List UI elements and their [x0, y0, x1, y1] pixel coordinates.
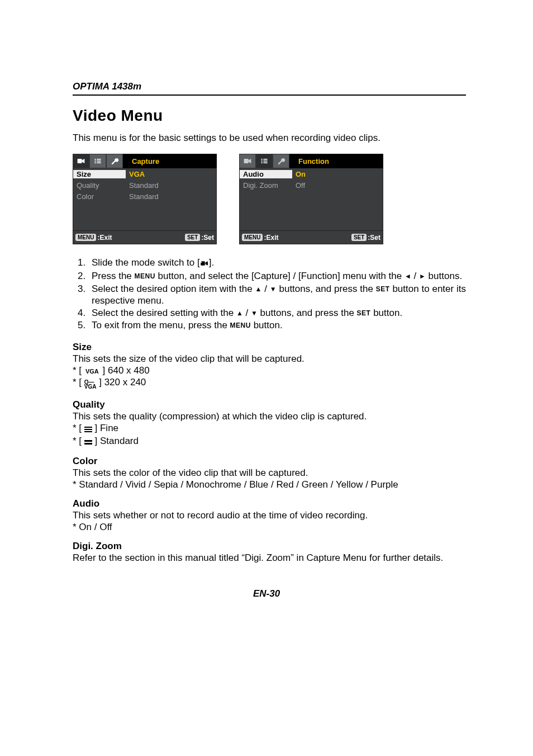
size-desc: This sets the size of the video clip tha…	[73, 353, 466, 365]
capture-header-label: Capture	[127, 154, 217, 168]
step-2b: button, and select the [Capture] / [Func…	[155, 271, 404, 281]
svg-rect-2	[94, 159, 96, 160]
intro-text: This menu is for the basic settings to b…	[73, 133, 466, 144]
set-label: :Set	[368, 234, 380, 242]
tab-list-icon	[89, 154, 106, 168]
audio-section: Audio This sets whether or not to record…	[73, 498, 466, 533]
capture-screenshot: Capture Size VGA Quality Standard Color …	[73, 154, 217, 244]
page-title: Video Menu	[73, 107, 466, 125]
step-4a: Select the desired setting with the	[92, 308, 236, 318]
function-footer: MENU :Exit SET :Set	[239, 231, 383, 244]
step-3a: Select the desired option item with the	[92, 284, 255, 294]
vga-icon: VGA	[84, 368, 100, 375]
svg-marker-9	[249, 159, 251, 163]
capture-row-color: Color Standard	[73, 191, 216, 202]
color-heading: Color	[73, 456, 466, 467]
step-3: Select the desired option item with the …	[88, 283, 466, 307]
step-4: Select the desired setting with the ▲ / …	[88, 307, 466, 319]
fine-icon	[84, 424, 92, 435]
quality-desc: This sets the quality (compression) at w…	[73, 411, 466, 422]
tab-wrench-icon	[273, 154, 289, 168]
set-chip: SET	[351, 234, 367, 241]
set-label: :Set	[201, 234, 214, 242]
digizoom-desc: Refer to the section in this manual titl…	[73, 552, 466, 564]
size-section: Size This sets the size of the video cli…	[73, 342, 466, 391]
svg-rect-14	[261, 162, 262, 163]
step-2: Press the MENU button, and select the [C…	[88, 270, 466, 282]
function-row-zoom-val: Off	[292, 181, 383, 190]
function-row-audio-val: On	[292, 170, 383, 178]
function-row-audio: Audio On	[240, 168, 383, 179]
tab-list-icon	[256, 154, 273, 168]
qvga-icon: Q—VGA	[84, 380, 97, 391]
exit-label: :Exit	[97, 234, 112, 242]
down-arrow-icon: ▼	[270, 286, 277, 292]
step-1b: ].	[209, 257, 214, 268]
header-rule	[73, 94, 466, 96]
color-desc: This sets the color of the video clip th…	[73, 467, 466, 479]
audio-heading: Audio	[73, 498, 466, 509]
step-3b: buttons, and press the	[277, 284, 376, 294]
size-heading: Size	[73, 342, 466, 353]
standard-icon	[84, 437, 92, 448]
mode-video-icon	[200, 258, 209, 270]
svg-rect-13	[263, 160, 267, 162]
svg-rect-7	[97, 162, 101, 163]
right-arrow-icon: ►	[419, 273, 426, 280]
digizoom-section: Digi. Zoom Refer to the section in this …	[73, 541, 466, 564]
set-label-inline: SET	[357, 309, 371, 317]
svg-rect-11	[263, 159, 267, 160]
svg-marker-1	[82, 159, 85, 163]
svg-rect-4	[94, 160, 96, 162]
svg-rect-0	[78, 159, 82, 163]
capture-row-size-val: VGA	[126, 170, 216, 178]
capture-row-quality-key: Quality	[73, 181, 126, 190]
function-header: Function	[239, 154, 383, 168]
step-1: Slide the mode switch to [].	[88, 257, 466, 270]
menu-chip: MENU	[242, 234, 263, 241]
svg-rect-3	[97, 159, 101, 160]
quality-opt-standard: * [ ] Standard	[73, 436, 466, 448]
up-arrow-icon: ▲	[255, 286, 262, 292]
audio-desc: This sets whether or not to record audio…	[73, 510, 466, 521]
menu-label: MENU	[230, 322, 251, 329]
svg-rect-23	[84, 443, 92, 445]
tab-video-icon	[239, 154, 256, 168]
up-arrow-icon: ▲	[236, 310, 243, 316]
model-header: OPTIMA 1438m	[73, 81, 466, 92]
svg-rect-6	[94, 162, 96, 163]
capture-row-quality-val: Standard	[126, 181, 216, 190]
function-body: Audio On Digi. Zoom Off	[239, 168, 383, 231]
capture-row-color-val: Standard	[126, 192, 216, 201]
function-row-audio-key: Audio	[240, 170, 292, 178]
svg-rect-20	[84, 429, 92, 430]
set-label-inline: SET	[376, 285, 390, 293]
svg-rect-8	[244, 159, 249, 163]
capture-footer: MENU :Exit SET :Set	[73, 231, 217, 244]
svg-rect-10	[261, 159, 262, 160]
step-2a: Press the	[92, 271, 135, 281]
menu-label: MENU	[135, 272, 155, 280]
step-2c: buttons.	[426, 271, 462, 281]
svg-rect-15	[263, 162, 267, 163]
color-opts: * Standard / Vivid / Sepia / Monochrome …	[73, 479, 466, 490]
function-header-label: Function	[294, 154, 383, 168]
size-opt-qvga: * [ Q—VGA ] 320 x 240	[73, 377, 466, 391]
page-number: EN-30	[0, 588, 533, 599]
capture-row-size: Size VGA	[73, 168, 216, 179]
digizoom-heading: Digi. Zoom	[73, 541, 466, 552]
svg-point-18	[201, 262, 202, 263]
svg-rect-19	[84, 427, 92, 428]
tab-video-icon	[73, 154, 89, 168]
step-5: To exit from the menu, press the MENU bu…	[88, 319, 466, 331]
svg-rect-12	[261, 160, 262, 162]
capture-body: Size VGA Quality Standard Color Standard	[73, 168, 217, 231]
step-1a: Slide the mode switch to [	[92, 257, 200, 268]
function-row-zoom: Digi. Zoom Off	[240, 179, 383, 191]
capture-header: Capture	[73, 154, 217, 168]
quality-section: Quality This sets the quality (compressi…	[73, 399, 466, 448]
step-5b: button.	[251, 320, 283, 330]
instruction-steps: Slide the mode switch to []. Press the M…	[73, 257, 466, 332]
set-chip: SET	[185, 234, 200, 241]
quality-opt-fine: * [ ] Fine	[73, 423, 466, 435]
